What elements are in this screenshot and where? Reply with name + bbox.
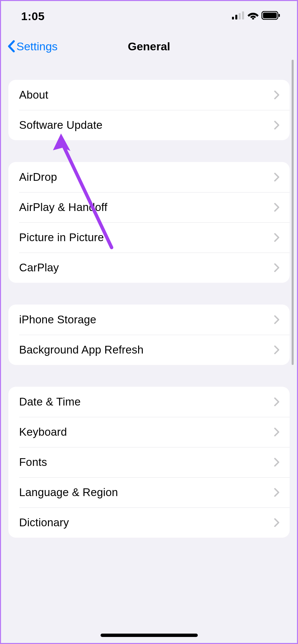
chevron-right-icon bbox=[274, 427, 280, 437]
status-bar: 1:05 bbox=[1, 1, 297, 31]
svg-rect-2 bbox=[239, 13, 241, 19]
back-button[interactable]: Settings bbox=[7, 40, 58, 53]
svg-rect-7 bbox=[279, 14, 280, 17]
group-system: About Software Update bbox=[8, 80, 290, 140]
nav-bar: Settings General bbox=[1, 31, 297, 61]
row-iphone-storage[interactable]: iPhone Storage bbox=[8, 305, 290, 335]
row-label: AirPlay & Handoff bbox=[19, 201, 107, 214]
chevron-right-icon bbox=[274, 172, 280, 182]
row-label: Fonts bbox=[19, 456, 47, 469]
svg-rect-0 bbox=[232, 17, 234, 19]
chevron-right-icon bbox=[274, 315, 280, 324]
group-storage: iPhone Storage Background App Refresh bbox=[8, 305, 290, 365]
row-software-update[interactable]: Software Update bbox=[8, 110, 290, 140]
row-label: Software Update bbox=[19, 119, 103, 131]
group-system-prefs: Date & Time Keyboard Fonts Language & Re… bbox=[8, 387, 290, 538]
back-label: Settings bbox=[16, 40, 58, 53]
row-background-app-refresh[interactable]: Background App Refresh bbox=[8, 335, 290, 365]
svg-rect-6 bbox=[263, 13, 277, 18]
chevron-right-icon bbox=[274, 120, 280, 130]
page-title: General bbox=[128, 40, 170, 53]
row-label: Keyboard bbox=[19, 426, 67, 438]
row-label: About bbox=[19, 89, 48, 101]
row-dictionary[interactable]: Dictionary bbox=[8, 507, 290, 538]
row-language-region[interactable]: Language & Region bbox=[8, 477, 290, 507]
battery-icon bbox=[261, 11, 280, 21]
svg-rect-1 bbox=[235, 15, 237, 19]
svg-rect-3 bbox=[242, 11, 244, 19]
chevron-right-icon bbox=[274, 263, 280, 272]
row-label: Background App Refresh bbox=[19, 343, 143, 356]
home-indicator[interactable] bbox=[101, 634, 198, 637]
svg-point-4 bbox=[252, 18, 254, 19]
chevron-right-icon bbox=[274, 345, 280, 355]
chevron-right-icon bbox=[274, 397, 280, 407]
row-date-time[interactable]: Date & Time bbox=[8, 387, 290, 417]
row-label: Dictionary bbox=[19, 516, 69, 529]
scroll-indicator[interactable] bbox=[292, 60, 294, 365]
row-label: CarPlay bbox=[19, 261, 59, 274]
chevron-right-icon bbox=[274, 203, 280, 212]
cellular-icon bbox=[232, 11, 245, 21]
row-about[interactable]: About bbox=[8, 80, 290, 110]
status-indicators bbox=[232, 11, 280, 21]
row-airplay-handoff[interactable]: AirPlay & Handoff bbox=[8, 192, 290, 222]
chevron-right-icon bbox=[274, 90, 280, 100]
chevron-right-icon bbox=[274, 488, 280, 497]
chevron-right-icon bbox=[274, 458, 280, 467]
row-carplay[interactable]: CarPlay bbox=[8, 253, 290, 283]
group-connectivity: AirDrop AirPlay & Handoff Picture in Pic… bbox=[8, 162, 290, 283]
row-keyboard[interactable]: Keyboard bbox=[8, 417, 290, 447]
row-label: Date & Time bbox=[19, 395, 81, 408]
content: About Software Update AirDrop AirPlay & … bbox=[1, 61, 297, 538]
row-picture-in-picture[interactable]: Picture in Picture bbox=[8, 222, 290, 253]
status-time: 1:05 bbox=[21, 10, 45, 23]
row-label: Picture in Picture bbox=[19, 231, 104, 244]
wifi-icon bbox=[247, 11, 259, 21]
chevron-left-icon bbox=[7, 40, 16, 53]
row-label: iPhone Storage bbox=[19, 313, 96, 326]
chevron-right-icon bbox=[274, 233, 280, 242]
row-airdrop[interactable]: AirDrop bbox=[8, 162, 290, 192]
row-fonts[interactable]: Fonts bbox=[8, 447, 290, 477]
chevron-right-icon bbox=[274, 518, 280, 527]
row-label: Language & Region bbox=[19, 486, 118, 499]
row-label: AirDrop bbox=[19, 171, 57, 183]
